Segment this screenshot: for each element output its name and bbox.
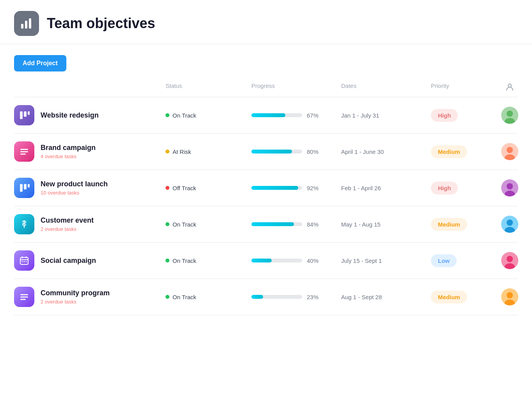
app-icon: [14, 11, 39, 36]
svg-rect-18: [28, 184, 30, 187]
svg-rect-17: [24, 184, 27, 189]
status-cell: On Track: [162, 257, 248, 264]
progress-percent: 23%: [307, 294, 321, 300]
progress-percent: 80%: [307, 148, 321, 155]
status-text: Off Track: [173, 185, 196, 191]
avatar: [501, 179, 518, 196]
project-icon: [14, 141, 34, 162]
svg-rect-1: [25, 21, 27, 29]
col-header-name: [14, 81, 162, 94]
progress-cell: 80%: [248, 148, 338, 155]
status-text: On Track: [173, 257, 196, 264]
progress-bar-fill: [251, 113, 285, 117]
project-name-text: Community program 2 overdue tasks: [41, 289, 110, 305]
priority-badge: Medium: [431, 145, 467, 158]
svg-point-14: [507, 147, 513, 153]
page-title: Team objectives: [47, 15, 155, 32]
project-name: Community program: [41, 289, 110, 297]
progress-cell: 23%: [248, 294, 338, 300]
progress-cell: 84%: [248, 221, 338, 228]
assignee-cell: [498, 107, 521, 124]
progress-percent: 67%: [307, 112, 321, 119]
priority-badge: High: [431, 109, 458, 122]
svg-rect-5: [24, 111, 27, 117]
col-header-status: Status: [162, 81, 248, 94]
status-dot: [165, 186, 169, 190]
svg-rect-11: [20, 151, 28, 152]
svg-rect-16: [20, 184, 23, 192]
project-name-text: New product launch 10 overdue tasks: [41, 180, 108, 196]
project-name-text: Social campaign: [41, 257, 96, 265]
svg-rect-33: [20, 296, 28, 298]
project-name: Brand campaign: [41, 144, 96, 152]
table-header: Status Progress Dates Priority: [14, 78, 518, 97]
progress-bar-fill: [251, 186, 298, 190]
svg-rect-0: [21, 24, 23, 29]
svg-point-27: [24, 261, 25, 262]
priority-badge: Medium: [431, 218, 467, 231]
status-dot: [165, 113, 169, 117]
project-name-text: Website redesign: [41, 111, 99, 120]
svg-rect-25: [20, 257, 28, 264]
project-icon: [14, 250, 34, 271]
project-name: Website redesign: [41, 111, 99, 120]
priority-cell: High: [428, 182, 498, 195]
priority-cell: Medium: [428, 145, 498, 158]
svg-rect-32: [20, 294, 28, 295]
overdue-tasks: 2 overdue tasks: [41, 299, 110, 305]
dates-cell: Feb 1 - April 26: [338, 185, 428, 191]
svg-point-3: [508, 84, 511, 87]
svg-point-23: [507, 220, 513, 226]
table-row[interactable]: Brand campaign 4 overdue tasks At Risk 8…: [14, 134, 518, 170]
project-name-cell: Customer event 2 overdue tasks: [14, 214, 162, 234]
svg-rect-12: [20, 153, 26, 155]
project-name-cell: New product launch 10 overdue tasks: [14, 178, 162, 198]
priority-cell: Medium: [428, 218, 498, 231]
progress-bar-bg: [251, 186, 302, 190]
status-dot: [165, 259, 169, 262]
avatar: [501, 107, 518, 124]
progress-bar-fill: [251, 295, 263, 299]
progress-bar-fill: [251, 259, 272, 262]
col-header-priority: Priority: [428, 81, 498, 94]
assignee-cell: [498, 143, 521, 160]
progress-bar-bg: [251, 222, 302, 226]
progress-bar-fill: [251, 222, 294, 226]
table-rows: Website redesign On Track 67% Jan 1 - Ju…: [14, 97, 518, 315]
table-row[interactable]: Community program 2 overdue tasks On Tra…: [14, 279, 518, 315]
progress-percent: 84%: [307, 221, 321, 228]
table-row[interactable]: Website redesign On Track 67% Jan 1 - Ju…: [14, 97, 518, 134]
svg-point-28: [26, 261, 27, 262]
dates-cell: July 15 - Sept 1: [338, 257, 428, 264]
svg-rect-4: [20, 111, 23, 119]
project-icon: [14, 105, 34, 125]
status-dot: [165, 150, 169, 153]
dates-cell: Aug 1 - Sept 28: [338, 294, 428, 300]
project-name-cell: Community program 2 overdue tasks: [14, 287, 162, 307]
add-project-button[interactable]: Add Project: [14, 55, 66, 71]
progress-percent: 40%: [307, 257, 321, 264]
overdue-tasks: 4 overdue tasks: [41, 153, 96, 159]
status-cell: Off Track: [162, 185, 248, 191]
projects-table: Status Progress Dates Priority Website r…: [0, 78, 532, 315]
priority-cell: Medium: [428, 291, 498, 303]
table-row[interactable]: Customer event 2 overdue tasks On Track …: [14, 206, 518, 243]
table-row[interactable]: Social campaign On Track 40% July 15 - S…: [14, 243, 518, 279]
status-dot: [165, 295, 169, 299]
priority-cell: High: [428, 109, 498, 122]
progress-bar-fill: [251, 150, 292, 153]
col-header-dates: Dates: [338, 81, 428, 94]
project-name-cell: Website redesign: [14, 105, 162, 125]
status-text: On Track: [173, 294, 196, 300]
dates-cell: Jan 1 - July 31: [338, 112, 428, 119]
avatar: [501, 252, 518, 269]
status-text: On Track: [173, 221, 196, 228]
svg-point-20: [507, 183, 513, 189]
svg-rect-6: [28, 111, 30, 115]
progress-bar-bg: [251, 259, 302, 262]
priority-badge: High: [431, 182, 458, 195]
status-cell: On Track: [162, 112, 248, 119]
avatar: [501, 216, 518, 233]
overdue-tasks: 2 overdue tasks: [41, 226, 94, 232]
table-row[interactable]: New product launch 10 overdue tasks Off …: [14, 170, 518, 206]
